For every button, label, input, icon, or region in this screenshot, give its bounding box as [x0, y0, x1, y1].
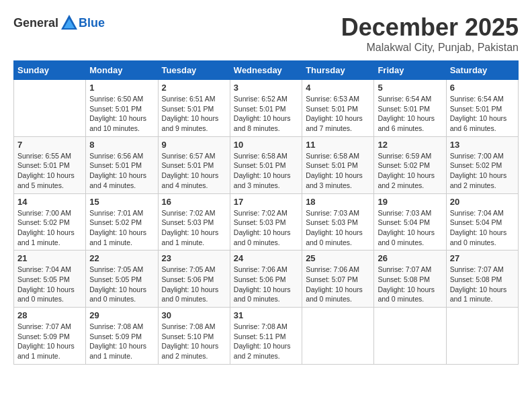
- day-number: 7: [17, 140, 82, 150]
- day-info: Sunrise: 7:02 AM Sunset: 5:03 PM Dayligh…: [162, 208, 226, 248]
- calendar-cell: [446, 308, 518, 365]
- day-info: Sunrise: 7:01 AM Sunset: 5:02 PM Dayligh…: [89, 208, 154, 248]
- header-day: Monday: [86, 61, 158, 80]
- header-row: SundayMondayTuesdayWednesdayThursdayFrid…: [14, 61, 519, 80]
- calendar-cell: 24Sunrise: 7:06 AM Sunset: 5:06 PM Dayli…: [230, 250, 302, 308]
- calendar-cell: 4Sunrise: 6:53 AM Sunset: 5:01 PM Daylig…: [302, 80, 374, 137]
- day-info: Sunrise: 6:59 AM Sunset: 5:02 PM Dayligh…: [378, 151, 442, 191]
- calendar-cell: 25Sunrise: 7:06 AM Sunset: 5:07 PM Dayli…: [302, 250, 374, 308]
- day-number: 9: [162, 140, 226, 150]
- calendar-cell: 11Sunrise: 6:58 AM Sunset: 5:01 PM Dayli…: [302, 136, 374, 193]
- day-number: 24: [234, 253, 298, 263]
- page-header: General Blue December 2025 Malakwal City…: [13, 13, 519, 54]
- calendar-cell: 26Sunrise: 7:07 AM Sunset: 5:08 PM Dayli…: [374, 250, 446, 308]
- calendar-cell: 12Sunrise: 6:59 AM Sunset: 5:02 PM Dayli…: [374, 136, 446, 193]
- calendar-cell: 10Sunrise: 6:58 AM Sunset: 5:01 PM Dayli…: [230, 136, 302, 193]
- day-number: 15: [89, 197, 154, 207]
- day-info: Sunrise: 6:57 AM Sunset: 5:01 PM Dayligh…: [162, 151, 226, 191]
- day-number: 26: [378, 253, 442, 263]
- calendar-cell: 3Sunrise: 6:52 AM Sunset: 5:01 PM Daylig…: [230, 80, 302, 137]
- calendar-cell: 22Sunrise: 7:05 AM Sunset: 5:05 PM Dayli…: [86, 250, 158, 308]
- day-number: 30: [162, 310, 226, 320]
- day-info: Sunrise: 7:08 AM Sunset: 5:10 PM Dayligh…: [162, 322, 226, 361]
- day-number: 2: [162, 83, 226, 93]
- day-number: 16: [162, 197, 226, 207]
- day-number: 19: [378, 197, 442, 207]
- day-number: 13: [450, 140, 515, 150]
- day-number: 8: [89, 140, 154, 150]
- calendar-cell: 27Sunrise: 7:07 AM Sunset: 5:08 PM Dayli…: [446, 250, 518, 308]
- day-number: 17: [234, 197, 298, 207]
- day-info: Sunrise: 6:53 AM Sunset: 5:01 PM Dayligh…: [306, 94, 370, 134]
- calendar-cell: 14Sunrise: 7:00 AM Sunset: 5:02 PM Dayli…: [14, 193, 86, 250]
- day-info: Sunrise: 7:08 AM Sunset: 5:09 PM Dayligh…: [89, 322, 154, 361]
- day-info: Sunrise: 7:02 AM Sunset: 5:03 PM Dayligh…: [234, 208, 298, 248]
- day-info: Sunrise: 6:54 AM Sunset: 5:01 PM Dayligh…: [450, 94, 515, 134]
- logo-blue: Blue: [79, 16, 105, 30]
- day-number: 6: [450, 83, 515, 93]
- day-number: 20: [450, 197, 515, 207]
- title-block: December 2025 Malakwal City, Punjab, Pak…: [341, 13, 519, 54]
- header-day: Sunday: [14, 61, 86, 80]
- calendar-cell: 2Sunrise: 6:51 AM Sunset: 5:01 PM Daylig…: [158, 80, 230, 137]
- day-number: 28: [17, 310, 82, 320]
- calendar-table: SundayMondayTuesdayWednesdayThursdayFrid…: [13, 60, 519, 365]
- calendar-cell: 16Sunrise: 7:02 AM Sunset: 5:03 PM Dayli…: [158, 193, 230, 250]
- logo-general: General: [13, 16, 58, 30]
- calendar-week-row: 28Sunrise: 7:07 AM Sunset: 5:09 PM Dayli…: [14, 308, 519, 365]
- day-info: Sunrise: 6:52 AM Sunset: 5:01 PM Dayligh…: [234, 94, 298, 134]
- calendar-cell: 31Sunrise: 7:08 AM Sunset: 5:11 PM Dayli…: [230, 308, 302, 365]
- day-info: Sunrise: 7:07 AM Sunset: 5:09 PM Dayligh…: [17, 322, 82, 361]
- header-day: Friday: [374, 61, 446, 80]
- day-info: Sunrise: 7:07 AM Sunset: 5:08 PM Dayligh…: [378, 265, 442, 304]
- calendar-cell: 20Sunrise: 7:04 AM Sunset: 5:04 PM Dayli…: [446, 193, 518, 250]
- header-day: Saturday: [446, 61, 518, 80]
- calendar-cell: 1Sunrise: 6:50 AM Sunset: 5:01 PM Daylig…: [86, 80, 158, 137]
- calendar-body: 1Sunrise: 6:50 AM Sunset: 5:01 PM Daylig…: [14, 80, 519, 365]
- calendar-cell: 8Sunrise: 6:56 AM Sunset: 5:01 PM Daylig…: [86, 136, 158, 193]
- day-number: 4: [306, 83, 370, 93]
- calendar-cell: 15Sunrise: 7:01 AM Sunset: 5:02 PM Dayli…: [86, 193, 158, 250]
- calendar-cell: 19Sunrise: 7:03 AM Sunset: 5:04 PM Dayli…: [374, 193, 446, 250]
- day-info: Sunrise: 7:04 AM Sunset: 5:05 PM Dayligh…: [17, 265, 82, 304]
- day-info: Sunrise: 6:51 AM Sunset: 5:01 PM Dayligh…: [162, 94, 226, 134]
- day-info: Sunrise: 7:06 AM Sunset: 5:06 PM Dayligh…: [234, 265, 298, 304]
- day-number: 14: [17, 197, 82, 207]
- calendar-cell: 6Sunrise: 6:54 AM Sunset: 5:01 PM Daylig…: [446, 80, 518, 137]
- day-number: 5: [378, 83, 442, 93]
- calendar-cell: 21Sunrise: 7:04 AM Sunset: 5:05 PM Dayli…: [14, 250, 86, 308]
- day-info: Sunrise: 7:05 AM Sunset: 5:06 PM Dayligh…: [162, 265, 226, 304]
- calendar-header: SundayMondayTuesdayWednesdayThursdayFrid…: [14, 61, 519, 80]
- header-day: Tuesday: [158, 61, 230, 80]
- day-info: Sunrise: 6:55 AM Sunset: 5:01 PM Dayligh…: [17, 151, 82, 191]
- day-number: 23: [162, 253, 226, 263]
- day-number: 21: [17, 253, 82, 263]
- calendar-cell: 28Sunrise: 7:07 AM Sunset: 5:09 PM Dayli…: [14, 308, 86, 365]
- logo: General Blue: [13, 13, 105, 32]
- calendar-cell: 29Sunrise: 7:08 AM Sunset: 5:09 PM Dayli…: [86, 308, 158, 365]
- calendar-cell: [374, 308, 446, 365]
- calendar-week-row: 7Sunrise: 6:55 AM Sunset: 5:01 PM Daylig…: [14, 136, 519, 193]
- day-info: Sunrise: 7:07 AM Sunset: 5:08 PM Dayligh…: [450, 265, 515, 304]
- header-day: Wednesday: [230, 61, 302, 80]
- calendar-cell: 30Sunrise: 7:08 AM Sunset: 5:10 PM Dayli…: [158, 308, 230, 365]
- day-number: 18: [306, 197, 370, 207]
- calendar-week-row: 21Sunrise: 7:04 AM Sunset: 5:05 PM Dayli…: [14, 250, 519, 308]
- day-number: 11: [306, 140, 370, 150]
- calendar-cell: 17Sunrise: 7:02 AM Sunset: 5:03 PM Dayli…: [230, 193, 302, 250]
- location-title: Malakwal City, Punjab, Pakistan: [341, 42, 519, 54]
- calendar-cell: 5Sunrise: 6:54 AM Sunset: 5:01 PM Daylig…: [374, 80, 446, 137]
- day-info: Sunrise: 6:58 AM Sunset: 5:01 PM Dayligh…: [234, 151, 298, 191]
- day-info: Sunrise: 6:56 AM Sunset: 5:01 PM Dayligh…: [89, 151, 154, 191]
- day-number: 25: [306, 253, 370, 263]
- day-number: 31: [234, 310, 298, 320]
- calendar-cell: [302, 308, 374, 365]
- day-number: 29: [89, 310, 154, 320]
- calendar-cell: 18Sunrise: 7:03 AM Sunset: 5:03 PM Dayli…: [302, 193, 374, 250]
- day-number: 3: [234, 83, 298, 93]
- day-info: Sunrise: 7:03 AM Sunset: 5:04 PM Dayligh…: [378, 208, 442, 248]
- day-info: Sunrise: 7:03 AM Sunset: 5:03 PM Dayligh…: [306, 208, 370, 248]
- day-info: Sunrise: 6:58 AM Sunset: 5:01 PM Dayligh…: [306, 151, 370, 191]
- calendar-week-row: 1Sunrise: 6:50 AM Sunset: 5:01 PM Daylig…: [14, 80, 519, 137]
- day-number: 12: [378, 140, 442, 150]
